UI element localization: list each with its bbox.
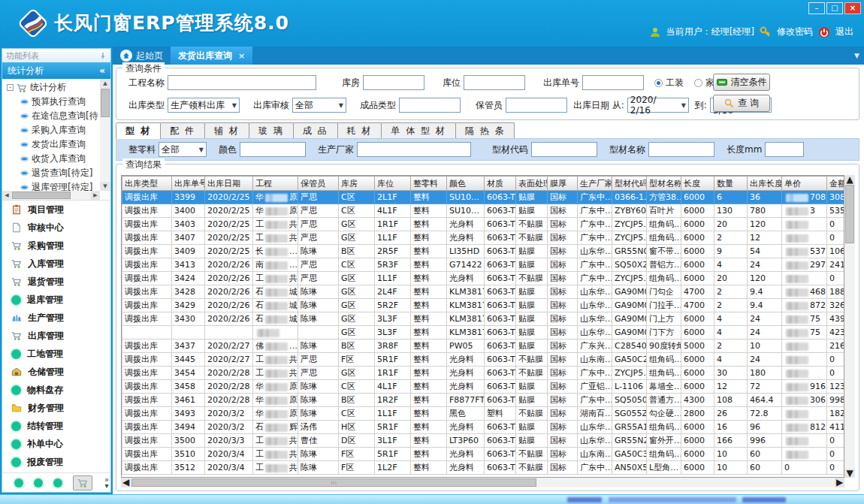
table-row[interactable]: 调拨出库34072020/2/25工共工程严思G区1L1F整料光身料6063-T… xyxy=(122,231,845,245)
sidebar-module[interactable]: 工地管理 xyxy=(2,345,110,363)
scroll-down-icon[interactable]: ▼ xyxy=(844,469,855,478)
table-row[interactable]: 调拨出库34452020/2/27工共工程严思F区5R1F整料光身料6063-T… xyxy=(122,353,845,367)
sidebar-module[interactable]: 审核中心 xyxy=(2,219,110,237)
clear-conditions-button[interactable]: 清空条件 xyxy=(713,74,770,91)
keeper-input[interactable] xyxy=(506,98,567,113)
table-row[interactable]: 调拨出库34092020/2/25长…陈琳B区2R5F整料LI35HD6063-… xyxy=(122,245,845,258)
collapse-icon[interactable]: « xyxy=(99,65,105,76)
product-type-input[interactable] xyxy=(399,98,461,113)
tab-list-dropdown-icon[interactable]: ▼ xyxy=(854,52,859,59)
tree-item[interactable]: 预算执行查询 xyxy=(2,95,100,109)
table-row[interactable]: 调拨出库34582020/2/28华原…陈琳C区4L1F整料光身料6063-T5… xyxy=(122,380,845,394)
table-row[interactable]: 调拨出库34372020/2/27佛…陈琳B区3R8F整料PW056063-T5… xyxy=(122,340,845,353)
sidebar-module[interactable]: 财务管理 xyxy=(2,399,110,417)
whole-piece-select[interactable]: 全部▼ xyxy=(159,142,207,157)
scroll-left-icon[interactable]: ◀ xyxy=(121,478,131,487)
close-button[interactable]: × xyxy=(844,2,861,14)
material-tab[interactable]: 配 件 xyxy=(160,122,205,138)
scroll-up-icon[interactable]: ▲ xyxy=(100,79,110,88)
table-row[interactable]: 调拨出库34282020/2/26石城陈琳G区2L4F整料KLM38176063… xyxy=(122,285,845,299)
material-tab[interactable]: 辅 材 xyxy=(204,122,249,138)
minimize-button[interactable]: – xyxy=(808,2,825,14)
material-tab[interactable]: 玻 璃 xyxy=(249,122,294,138)
grid-horizontal-scrollbar[interactable]: ◀ III ▶ xyxy=(121,478,844,487)
sidebar-module[interactable]: 结转管理 xyxy=(2,417,110,435)
scrollbar-thumb[interactable] xyxy=(101,89,110,117)
column-header[interactable]: 颜色 xyxy=(447,177,485,191)
column-header[interactable]: 材质 xyxy=(485,177,516,191)
outbound-type-select[interactable]: 生产领料出库▼ xyxy=(168,98,240,113)
column-header[interactable]: 出库长度 xyxy=(748,177,782,191)
statistics-module-button[interactable] xyxy=(73,475,92,490)
radio-gongzhuang[interactable]: 工装 xyxy=(654,77,684,89)
scroll-right-icon[interactable]: ▶ xyxy=(835,478,844,487)
tree-expander-icon[interactable]: - xyxy=(7,84,14,91)
color-input[interactable] xyxy=(240,142,306,157)
tree-item[interactable]: 采购入库查询 xyxy=(2,123,100,137)
table-row[interactable]: 调拨出库34032020/2/25工共工程严思G区1R1F整料光身料6063-T… xyxy=(122,218,845,231)
manufacturer-input[interactable] xyxy=(357,142,471,157)
table-row[interactable]: 调拨出库33992020/2/25华原…严思C区2L1F整料SU10…6063-… xyxy=(122,191,845,204)
tab-shipping-outbound-query[interactable]: 发货出库查询 × xyxy=(171,47,252,65)
column-header[interactable]: 出库单号 xyxy=(172,177,205,191)
date-from-select[interactable]: 2020/ 2/16▼ xyxy=(627,98,689,113)
sidebar-module[interactable]: 报废管理 xyxy=(2,453,110,471)
scrollbar-thumb[interactable] xyxy=(12,192,71,199)
column-header[interactable]: 出库类型 xyxy=(122,177,172,191)
tree-item[interactable]: 退货查询[待定] xyxy=(2,166,100,180)
tree-root[interactable]: - 统计分析 xyxy=(2,80,100,95)
logout-link[interactable]: 退出 xyxy=(835,26,853,38)
table-row[interactable]: 调拨出库34302020/2/26石城陈琳G区3L3F整料KLM38176063… xyxy=(122,312,845,326)
column-header[interactable]: 金额 xyxy=(827,177,845,191)
module-dot-icon[interactable] xyxy=(14,478,23,487)
column-header[interactable]: 保管员 xyxy=(298,177,339,191)
table-row[interactable]: 调拨出库34242020/2/26工共工程严思G区1L1F整料光身料6063-T… xyxy=(122,272,845,285)
grid-vertical-scrollbar[interactable]: ▲ ▼ xyxy=(844,175,855,478)
sidebar-module[interactable]: 采购管理 xyxy=(2,237,110,255)
sidebar-module[interactable]: 项目管理 xyxy=(2,201,110,219)
table-row[interactable]: 调拨出库34932020/3/2华原…陈琳C区1L1F整料黑色塑料不贴膜国标湖南… xyxy=(122,407,845,421)
module-dot-icon[interactable] xyxy=(34,478,43,487)
scrollbar-thumb[interactable]: III xyxy=(131,478,536,487)
pin-icon[interactable] xyxy=(99,52,107,59)
column-header[interactable]: 整零料 xyxy=(411,177,447,191)
sidebar-module[interactable]: 生产管理 xyxy=(2,309,110,327)
sidebar-module[interactable]: 出库管理 xyxy=(2,327,110,345)
sidebar-module[interactable]: 退货管理 xyxy=(2,273,110,291)
sidebar-module[interactable]: 仓储管理 xyxy=(2,363,110,381)
material-tab[interactable]: 单 体 型 材 xyxy=(381,122,455,138)
more-modules-button[interactable]: »▾ xyxy=(104,477,109,489)
tree-item[interactable]: 在途信息查询[待 xyxy=(2,109,100,123)
project-name-input[interactable] xyxy=(168,75,316,90)
table-row[interactable]: 调拨出库35122020/3/4工共工程陈琳F区1L2F整料光身料6063-T5… xyxy=(122,461,845,475)
profile-name-input[interactable] xyxy=(648,142,714,157)
module-dot-icon[interactable] xyxy=(53,478,62,487)
table-row[interactable]: 调拨出库35002020/3/3工共工程曹佳D区3L1F整料LT3P606063… xyxy=(122,434,845,448)
location-input[interactable] xyxy=(464,75,525,90)
column-header[interactable]: 数量 xyxy=(714,177,748,191)
scroll-up-icon[interactable]: ▲ xyxy=(844,175,855,184)
sidebar-module[interactable]: 物料盘存 xyxy=(2,381,110,399)
column-header[interactable]: 型材名称 xyxy=(647,177,681,191)
sidebar-module[interactable]: 入库管理 xyxy=(2,255,110,273)
column-header[interactable]: 出库日期 xyxy=(205,177,253,191)
table-row[interactable]: 调拨出库34942020/3/2石辉城汤伟H区5R1F整料光身料6063-T5贴… xyxy=(122,421,845,434)
material-tab[interactable]: 型 材 xyxy=(116,122,161,139)
tree-item[interactable]: 发货出库查询 xyxy=(2,137,100,152)
column-header[interactable]: 长度 xyxy=(681,177,714,191)
column-header[interactable]: 膜厚 xyxy=(548,177,578,191)
table-row[interactable]: 调拨出库34542020/2/28工共工程严思G区1R1F整料光身料6063-T… xyxy=(122,367,845,380)
table-row[interactable]: 调拨出库35102020/3/4工共工程陈琳F区5R1F整料光身料6063-T5… xyxy=(122,448,845,461)
column-header[interactable]: 单价 xyxy=(782,177,827,191)
column-header[interactable]: 库位 xyxy=(375,177,411,191)
table-row[interactable]: 调拨出库34612020/2/28华原…陈琳B区1R2F整料F8877FT606… xyxy=(122,394,845,407)
table-row[interactable]: 调拨出库34292020/2/26石城陈琳G区5R2F整料KLM38176063… xyxy=(122,299,845,312)
tree-vertical-scrollbar[interactable]: ▲ ▼ xyxy=(100,79,110,191)
sidebar-module[interactable]: 退库管理 xyxy=(2,291,110,309)
tree-item[interactable]: 收货入库查询 xyxy=(2,152,100,166)
scrollbar-thumb[interactable] xyxy=(845,185,854,243)
material-tab[interactable]: 隔 热 条 xyxy=(455,122,515,138)
warehouse-input[interactable] xyxy=(363,75,424,90)
search-button[interactable]: 查 询 xyxy=(713,95,770,112)
scroll-right-icon[interactable]: ▶ xyxy=(91,191,100,200)
